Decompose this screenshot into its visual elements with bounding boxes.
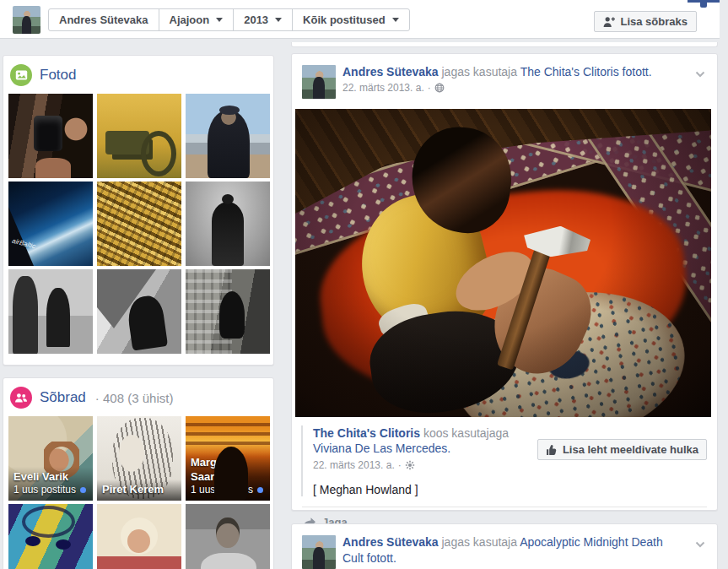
photos-section-title[interactable]: Fotod [40,67,76,84]
post-card: Andres Sütevaka jagas kasutaja The Chita… [291,53,718,511]
friends-icon [10,387,32,409]
post-meta: 22. märts 2013. a. · [342,82,702,94]
attachment-tagged-user-link[interactable]: Viviana De Las Mercedes. [313,442,450,455]
nav-label: Kõik postitused [303,14,386,26]
post-timestamp[interactable]: 22. märts 2013. a. [342,82,424,94]
photos-card: Fotod airBaltic [3,55,274,366]
friend-tile[interactable]: Margus Saarelt 1 uus postitus [186,416,270,501]
friend-tile[interactable] [97,504,181,569]
photo-thumbnail[interactable] [8,269,93,354]
friend-tile[interactable] [8,504,93,569]
attachment-page-link[interactable]: The Chita's Clitoris [313,426,420,440]
post-action-text: jagas kasutaja [442,65,518,79]
post-header: Andres Sütevaka jagas kasutaja The Chita… [292,54,717,108]
friend-tile-label: Piret Kerem [97,480,181,501]
painting-vignette [295,109,711,417]
friend-name: Eveli Varik [13,469,88,484]
attachment-timestamp[interactable]: 22. märts 2013. a. [313,459,395,471]
chevron-down-icon [695,71,705,78]
friends-count: · 408 (3 ühist) [95,391,174,405]
post-author-avatar[interactable] [302,65,336,99]
friend-tile[interactable]: Eveli Varik 1 uus postitus [8,416,93,501]
shared-photo[interactable] [295,109,711,417]
facebook-blue-bar-fragment [700,0,707,8]
friend-tile[interactable] [186,504,270,569]
friends-section-title[interactable]: Sõbrad [40,389,86,406]
photo-thumbnail[interactable] [186,269,270,354]
post-author-link[interactable]: Andres Sütevaka [342,65,439,79]
timeline-nav-bar: Andres Sütevaka Ajajoon 2013 Kõik postit… [0,0,720,39]
thumbs-up-icon [546,444,558,456]
friend-name: Piret Kerem [102,482,176,496]
post-headline: Andres Sütevaka jagas kasutaja The Chita… [342,64,702,80]
friend-tile-label: Eveli Varik 1 uus postitus [8,467,93,501]
person-plus-icon [603,16,616,28]
post-headline: Andres Sütevaka jagas kasutaja Apocalypt… [342,534,702,566]
photo-thumbnail[interactable] [8,94,93,178]
add-friend-label: Lisa sõbraks [621,15,688,28]
new-post-dot-icon [257,487,263,493]
shared-attachment-details: The Chita's Clitoris koos kasutajaga Viv… [301,425,707,496]
friend-new-post-badge: 1 uus postitus [13,484,88,496]
profile-thumbnail[interactable] [13,6,40,34]
friend-tile-label: Margus Saarelt 1 uus postitus [186,452,270,501]
like-page-button[interactable]: Lisa leht meeldivate hulka [537,439,707,460]
post-action-text: jagas kasutaja [442,535,518,549]
nav-label: 2013 [244,14,268,26]
nav-item-post-filter-dropdown[interactable]: Kõik postitused [293,9,409,30]
post-author-avatar[interactable] [302,535,336,569]
post-card: Andres Sütevaka jagas kasutaja Apocalypt… [291,523,718,569]
post-author-link[interactable]: Andres Sütevaka [342,535,439,549]
like-page-label: Lisa leht meeldivate hulka [563,443,698,456]
gear-privacy-icon [405,460,415,470]
friend-name: Margus Saarelt [191,455,265,484]
photos-icon [10,64,32,86]
previous-post-card-edge [291,42,718,47]
caret-down-icon [275,18,282,22]
nav-item-timeline-dropdown[interactable]: Ajajoon [159,9,235,30]
photos-grid: airBaltic [8,94,268,354]
post-header: Andres Sütevaka jagas kasutaja Apocalypt… [292,524,717,569]
photo-thumbnail[interactable] [186,182,270,266]
chevron-down-icon [695,541,705,548]
nav-item-profile-name[interactable]: Andres Sütevaka [49,9,159,30]
nav-label: Andres Sütevaka [59,14,148,26]
nav-item-year-dropdown[interactable]: 2013 [234,9,293,30]
caret-down-icon [216,18,223,22]
caret-down-icon [392,18,399,22]
friends-card: Sõbrad · 408 (3 ühist) Eveli Varik 1 uus… [3,377,274,569]
nav-label: Ajajoon [170,14,210,26]
new-post-dot-icon [80,487,86,493]
photo-thumbnail[interactable]: airBaltic [8,182,93,266]
photo-thumbnail[interactable] [97,269,181,354]
attachment-meta: 22. märts 2013. a. · [313,459,707,471]
friends-card-header: Sõbrad · 408 (3 ühist) [3,378,273,416]
wing-logo-text: airBaltic [11,237,36,251]
photo-thumbnail[interactable] [97,94,181,178]
photo-thumbnail[interactable] [97,182,181,266]
avatar-photo [302,65,336,99]
attachment-caption: [ Meghan Howland ] [313,483,707,496]
profile-photo [13,6,40,34]
friends-grid: Eveli Varik 1 uus postitus Piret Kerem M… [8,416,268,569]
friend-new-post-badge: 1 uus postitus [191,484,265,496]
avatar-photo [302,535,336,569]
add-friend-button[interactable]: Lisa sõbraks [594,11,698,32]
friend-tile[interactable]: Piret Kerem [97,416,181,501]
post-target-link[interactable]: The Chita's Clitoris fotott. [520,65,652,79]
globe-privacy-icon [434,83,445,93]
post-options-chevron-button[interactable] [695,71,705,78]
photos-card-header: Fotod [3,56,273,94]
post-options-chevron-button[interactable] [695,541,705,548]
attachment-connector-text: koos kasutajaga [423,426,509,440]
timeline-nav-segmented-control: Andres Sütevaka Ajajoon 2013 Kõik postit… [48,8,410,31]
photo-thumbnail[interactable] [186,94,270,178]
